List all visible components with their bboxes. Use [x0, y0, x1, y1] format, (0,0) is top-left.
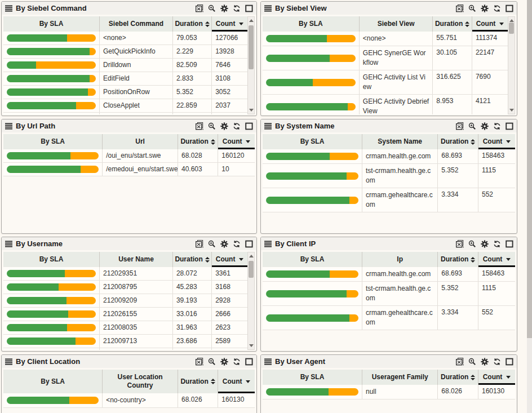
column-header-name[interactable]: User Location Country [103, 370, 178, 393]
maximize-icon[interactable] [506, 358, 513, 366]
export-image-icon[interactable] [456, 358, 464, 366]
scroll-thumb[interactable] [249, 25, 254, 69]
column-header-count[interactable]: Count [212, 252, 247, 267]
column-header-count[interactable]: Count [218, 134, 255, 149]
table-row[interactable]: GEHC Activity Debrief View8.9534121 [263, 95, 508, 114]
export-image-icon[interactable] [456, 240, 464, 248]
table-scrollbar[interactable] [247, 16, 255, 114]
scroll-thumb[interactable] [509, 23, 514, 34]
export-image-icon[interactable] [196, 240, 203, 248]
maximize-icon[interactable] [245, 358, 253, 366]
table-row[interactable]: crmam.health.ge.com68.693158463 [263, 267, 515, 282]
column-header-name[interactable]: System Name [362, 134, 438, 149]
refresh-icon[interactable] [233, 240, 241, 248]
column-header-count[interactable]: Count [472, 16, 508, 32]
page-scroll-thumb[interactable] [527, 0, 532, 338]
column-header-count[interactable]: Count [218, 370, 255, 393]
scroll-up-icon[interactable] [249, 255, 254, 257]
column-header-count[interactable]: Count [478, 370, 515, 385]
maximize-icon[interactable] [245, 5, 253, 12]
table-row[interactable]: crmam.gehealthcare.com3.334552 [263, 306, 515, 330]
table-row[interactable]: 21202935128.0723361 [3, 267, 247, 281]
column-header-by-sla[interactable]: By SLA [3, 134, 103, 149]
table-row[interactable]: null68.026160130 [263, 385, 515, 399]
table-row[interactable]: <no-country>68.026160130 [3, 393, 255, 408]
scroll-up-icon[interactable] [249, 19, 254, 22]
table-row[interactable]: 21200879545.2833168 [3, 281, 247, 294]
scroll-down-icon[interactable] [249, 344, 254, 347]
column-header-count[interactable]: Count [478, 134, 515, 149]
column-header-by-sla[interactable]: By SLA [263, 252, 362, 267]
maximize-icon[interactable] [506, 5, 513, 12]
table-scrollbar[interactable] [247, 252, 255, 350]
column-header-by-sla[interactable]: By SLA [263, 16, 360, 32]
column-header-name[interactable]: Url [103, 134, 178, 149]
settings-icon[interactable] [481, 358, 489, 366]
settings-icon[interactable] [220, 358, 228, 366]
table-row[interactable]: crmam.health.ge.com68.693158463 [263, 149, 515, 164]
settings-icon[interactable] [220, 240, 228, 248]
zoom-in-icon[interactable] [468, 5, 476, 12]
table-row[interactable]: 21200803531.9632623 [3, 321, 247, 335]
refresh-icon[interactable] [233, 358, 241, 366]
table-row[interactable]: <none>55.751111374 [263, 32, 508, 46]
settings-icon[interactable] [220, 122, 228, 130]
maximize-icon[interactable] [245, 122, 253, 130]
zoom-in-icon[interactable] [208, 358, 216, 366]
table-row[interactable]: tst-crmam.health.ge.com5.3521115 [263, 164, 515, 188]
column-header-duration[interactable]: Duration [173, 252, 212, 267]
table-row[interactable]: /oui_enu/start.swe68.028160120 [3, 149, 255, 163]
table-row[interactable]: /emedoui_enu/start.swe40.60310 [3, 163, 255, 176]
maximize-icon[interactable] [506, 122, 513, 130]
refresh-icon[interactable] [493, 240, 501, 248]
table-row[interactable]: EditField2.8333108 [3, 72, 247, 86]
zoom-in-icon[interactable] [208, 240, 216, 248]
zoom-in-icon[interactable] [468, 358, 476, 366]
table-row[interactable]: GEHC Activity List View316.6257690 [263, 70, 508, 95]
table-row[interactable]: 21200920939.1932928 [3, 294, 247, 308]
column-header-duration[interactable]: Duration [178, 134, 218, 149]
column-header-name[interactable]: Siebel View [360, 16, 433, 32]
settings-icon[interactable] [220, 5, 228, 12]
export-image-icon[interactable] [196, 5, 203, 12]
column-header-duration[interactable]: Duration [178, 370, 218, 393]
column-header-name[interactable]: Ip [362, 252, 438, 267]
column-header-count[interactable]: Count [212, 16, 247, 32]
column-header-name[interactable]: User Name [100, 252, 173, 267]
table-row[interactable]: NewQuery1.9611981 [3, 113, 247, 114]
column-header-name[interactable]: Useragent Family [362, 370, 438, 385]
column-header-by-sla[interactable]: By SLA [263, 370, 362, 385]
refresh-icon[interactable] [493, 358, 501, 366]
column-header-by-sla[interactable]: By SLA [263, 134, 362, 149]
table-row[interactable]: <none>79.053127066 [3, 32, 247, 45]
table-row[interactable]: GEHC SynerGE Workflow30.10522147 [263, 46, 508, 70]
table-row[interactable]: crmam.gehealthcare.com3.334552 [263, 188, 515, 212]
column-header-name[interactable]: Siebel Command [100, 16, 173, 32]
table-scrollbar[interactable] [508, 16, 515, 114]
table-row[interactable]: 21200971323.6862589 [3, 335, 247, 348]
zoom-in-icon[interactable] [208, 122, 216, 130]
settings-icon[interactable] [481, 122, 489, 130]
zoom-in-icon[interactable] [468, 240, 476, 248]
refresh-icon[interactable] [233, 122, 241, 130]
column-header-by-sla[interactable]: By SLA [3, 16, 100, 32]
export-image-icon[interactable] [456, 122, 464, 130]
table-row[interactable]: Drilldown82.5097646 [3, 59, 247, 72]
scroll-down-icon[interactable] [509, 109, 514, 112]
maximize-icon[interactable] [506, 240, 513, 248]
maximize-icon[interactable] [245, 240, 253, 248]
table-row[interactable]: 21202615533.0162666 [3, 308, 247, 321]
column-header-duration[interactable]: Duration [438, 134, 478, 149]
export-image-icon[interactable] [456, 5, 464, 12]
column-header-duration[interactable]: Duration [433, 16, 472, 32]
refresh-icon[interactable] [493, 122, 501, 130]
scroll-thumb[interactable] [249, 261, 254, 278]
refresh-icon[interactable] [233, 5, 241, 12]
settings-icon[interactable] [481, 240, 489, 248]
page-scrollbar[interactable] [527, 0, 532, 413]
table-row[interactable]: tst-crmam.health.ge.com5.3521115 [263, 282, 515, 306]
zoom-in-icon[interactable] [468, 122, 476, 130]
export-image-icon[interactable] [196, 358, 203, 366]
column-header-duration[interactable]: Duration [438, 370, 478, 385]
table-row[interactable]: GetQuickPickInfo2.22913928 [3, 45, 247, 59]
